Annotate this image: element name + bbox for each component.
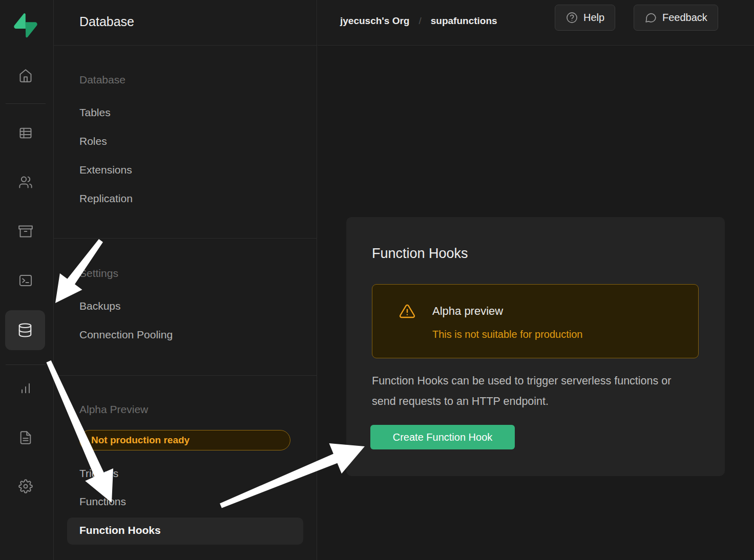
sidebar-item-replication[interactable]: Replication: [79, 192, 133, 205]
database-nav-active[interactable]: [5, 310, 45, 350]
group-label-settings: Settings: [79, 267, 118, 279]
icon-rail: [0, 0, 54, 560]
sidebar-item-connection-pooling[interactable]: Connection Pooling: [79, 329, 173, 341]
sql-terminal-icon[interactable]: [18, 273, 33, 288]
sidebar-title: Database: [79, 14, 134, 29]
panel-title: Function Hooks: [372, 246, 468, 262]
sidebar-item-triggers[interactable]: Triggers: [79, 467, 118, 480]
breadcrumb-project[interactable]: supafunctions: [431, 15, 497, 27]
sidebar-divider: [54, 375, 317, 376]
sidebar-item-roles[interactable]: Roles: [79, 135, 107, 147]
supabase-logo[interactable]: [14, 13, 37, 38]
rail-divider: [6, 103, 46, 104]
create-function-hook-button[interactable]: Create Function Hook: [370, 425, 515, 449]
sidebar-item-extensions[interactable]: Extensions: [79, 164, 132, 176]
panel-description: Function Hooks can be used to trigger se…: [372, 371, 692, 412]
sidebar-item-tables[interactable]: Tables: [79, 106, 111, 119]
sidebar-header: Database: [54, 0, 317, 46]
sidebar-item-functions[interactable]: Functions: [79, 496, 126, 508]
reports-icon[interactable]: [18, 381, 33, 395]
warning-triangle-icon: [399, 303, 415, 319]
not-production-ready-badge: Not production ready: [79, 430, 290, 450]
help-circle-icon: [566, 11, 578, 24]
alert-subtitle: This is not suitable for production: [432, 329, 583, 340]
alert-title: Alpha preview: [432, 305, 503, 318]
feedback-button[interactable]: Feedback: [634, 5, 718, 31]
group-label-alpha-preview: Alpha Preview: [79, 403, 148, 416]
sidebar-item-backups[interactable]: Backups: [79, 300, 121, 312]
auth-users-icon[interactable]: [18, 175, 33, 189]
sidebar-divider: [54, 238, 317, 239]
breadcrumb-org[interactable]: jyecusch's Org: [340, 15, 409, 27]
help-button[interactable]: Help: [555, 5, 615, 31]
rail-divider: [6, 364, 46, 365]
top-header: jyecusch's Org / supafunctions Help Feed…: [318, 0, 754, 46]
speech-bubble-icon: [644, 11, 657, 24]
logs-icon[interactable]: [18, 430, 33, 445]
function-hooks-panel: Function Hooks Alpha preview This is not…: [346, 217, 725, 476]
breadcrumb-separator: /: [418, 15, 421, 27]
breadcrumb: jyecusch's Org / supafunctions: [340, 15, 497, 27]
sidebar-item-function-hooks[interactable]: Function Hooks: [67, 518, 303, 545]
table-editor-icon[interactable]: [18, 126, 33, 140]
database-sidebar: Database Database Tables Roles Extension…: [54, 0, 317, 560]
alpha-preview-alert: Alpha preview This is not suitable for p…: [372, 284, 699, 358]
group-label-database: Database: [79, 74, 125, 86]
database-icon: [17, 322, 33, 338]
storage-icon[interactable]: [18, 224, 33, 239]
home-icon[interactable]: [18, 69, 33, 83]
settings-gear-icon[interactable]: [18, 479, 33, 493]
